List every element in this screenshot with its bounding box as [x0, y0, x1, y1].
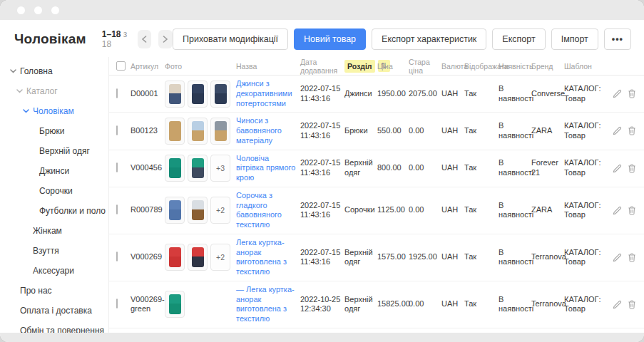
delete-button[interactable] — [628, 89, 636, 98]
product-image — [192, 121, 204, 141]
product-name-link[interactable]: Чиноси з бавовняного матеріалу — [236, 113, 300, 149]
delete-button[interactable] — [628, 300, 636, 309]
photo-thumbnail[interactable] — [188, 155, 208, 182]
page-header: Чоловікам 1–18 з 18 Приховати модифікаці… — [0, 20, 644, 57]
edit-button[interactable] — [613, 89, 622, 98]
sidebar-item[interactable]: Верхній одяг — [0, 141, 108, 161]
product-brand: Converse — [531, 86, 564, 103]
photo-thumbnail[interactable] — [165, 155, 185, 182]
sidebar-item[interactable]: Головна — [0, 61, 108, 81]
delete-button[interactable] — [628, 164, 636, 173]
column-header-template[interactable]: Шаблон — [564, 62, 611, 71]
edit-button[interactable] — [613, 164, 622, 173]
pencil-icon — [613, 126, 622, 135]
sidebar-item[interactable]: Сорочки — [0, 181, 108, 201]
product-image — [215, 121, 227, 141]
product-category: Верхній одяг — [344, 244, 377, 271]
photo-thumbnail[interactable] — [188, 197, 208, 224]
column-header-display[interactable]: Відображати — [464, 62, 499, 71]
edit-button[interactable] — [613, 253, 622, 262]
window-dot-icon[interactable] — [51, 6, 59, 14]
product-display: Так — [464, 123, 499, 140]
sidebar-item[interactable]: Аксесуари — [0, 261, 108, 281]
column-header-sku[interactable]: Артикул — [131, 62, 165, 71]
sorted-column-label[interactable]: Розділ — [344, 60, 375, 73]
sidebar-item[interactable]: Жінкам — [0, 221, 108, 241]
window-dot-icon[interactable] — [34, 6, 42, 14]
photo-thumbnail[interactable] — [188, 244, 208, 271]
photo-thumbnail[interactable] — [165, 197, 185, 224]
photo-more-badge[interactable]: +2 — [210, 197, 230, 224]
product-price: 800.00 — [377, 160, 409, 177]
sidebar-item[interactable]: Взуття — [0, 241, 108, 261]
select-all-checkbox[interactable] — [116, 61, 126, 71]
edit-button[interactable] — [613, 206, 622, 215]
product-name-link[interactable]: — Легка куртка-анорак виготовлена з текс… — [236, 281, 300, 328]
product-old-price: 0.00 — [409, 202, 441, 219]
sidebar-item[interactable]: Оплата і доставка — [0, 301, 108, 321]
column-header-photo[interactable]: Фото — [165, 62, 236, 71]
photo-thumbnail[interactable] — [210, 118, 230, 145]
more-actions-button[interactable]: ••• — [604, 28, 631, 50]
product-name-link[interactable]: Легка куртка-анорак виготовлена з тексти… — [236, 234, 300, 281]
row-checkbox[interactable] — [116, 299, 118, 309]
column-header-availability[interactable]: Наявність — [499, 62, 531, 71]
product-display: Так — [464, 202, 499, 219]
column-header-old-price[interactable]: Стара ціна — [409, 58, 441, 75]
product-image — [169, 294, 181, 314]
delete-button[interactable] — [628, 126, 636, 135]
pencil-icon — [613, 300, 622, 309]
window-dot-icon[interactable] — [17, 6, 25, 14]
sidebar-item[interactable]: Каталог — [0, 81, 108, 101]
sidebar: Головна Каталог Чоловікам Брюки — [0, 57, 108, 333]
product-category: Верхній одяг — [344, 291, 377, 318]
product-template: КАТАЛОГ: Товар — [564, 81, 611, 108]
product-date: 2022-07-15 11:43:16 — [300, 155, 344, 182]
column-header-category[interactable]: Розділ ⇅ — [344, 60, 377, 73]
export-button[interactable]: Експорт — [492, 28, 545, 50]
photo-thumbnail[interactable] — [165, 291, 185, 318]
row-checkbox[interactable] — [116, 252, 118, 261]
new-product-button[interactable]: Новий товар — [294, 28, 366, 50]
prev-page-button[interactable] — [138, 30, 152, 48]
column-header-price[interactable]: Ціна — [377, 62, 409, 71]
photo-more-badge[interactable]: +3 — [210, 155, 230, 182]
row-checkbox[interactable] — [116, 162, 118, 172]
sidebar-item[interactable]: Брюки — [0, 121, 108, 141]
photo-thumbnail[interactable] — [165, 81, 185, 108]
photo-thumbnail[interactable] — [165, 118, 185, 145]
photo-thumbnail[interactable] — [188, 118, 208, 145]
delete-button[interactable] — [628, 206, 636, 215]
product-price: 1125.00 — [377, 202, 409, 219]
export-characteristics-button[interactable]: Експорт характеристик — [372, 28, 486, 50]
row-checkbox[interactable] — [116, 88, 118, 98]
sidebar-item[interactable]: Про нас — [0, 281, 108, 301]
edit-button[interactable] — [613, 126, 622, 135]
product-image — [169, 247, 181, 267]
edit-button[interactable] — [613, 300, 622, 309]
sidebar-item-label: Головна — [20, 66, 53, 76]
sidebar-item[interactable]: Футболки и поло — [0, 201, 108, 221]
sidebar-item[interactable]: Обмін та повернення — [0, 321, 108, 333]
column-header-brand[interactable]: Бренд — [531, 62, 564, 71]
row-checkbox[interactable] — [116, 204, 118, 214]
hide-modifications-button[interactable]: Приховати модифікації — [173, 28, 288, 50]
column-header-name[interactable]: Назва — [236, 62, 300, 71]
product-name-link[interactable]: Чоловіча вітрівка прямого крою — [236, 150, 300, 187]
sidebar-item[interactable]: Чоловікам — [0, 101, 108, 121]
product-name-link[interactable]: Джинси з декоративними потертостями — [236, 76, 300, 112]
sidebar-item[interactable]: Джинси — [0, 161, 108, 181]
photo-thumbnail[interactable] — [188, 81, 208, 108]
column-header-date[interactable]: Дата додавання — [300, 58, 344, 75]
product-name-link[interactable]: Сорочка з гладкого бавовняного текстилю — [236, 187, 300, 234]
photo-more-badge[interactable]: +2 — [210, 244, 230, 271]
row-checkbox[interactable] — [116, 125, 118, 135]
delete-button[interactable] — [628, 253, 636, 262]
product-sku: B00123 — [131, 123, 165, 140]
next-page-button[interactable] — [158, 30, 173, 48]
import-button[interactable]: Імпорт — [551, 28, 598, 50]
product-row: V000269 +2 Легка куртка-анорак виготовле… — [109, 234, 644, 281]
photo-thumbnail[interactable] — [210, 81, 230, 108]
column-header-currency[interactable]: Валюта — [441, 62, 464, 71]
photo-thumbnail[interactable] — [165, 244, 185, 271]
